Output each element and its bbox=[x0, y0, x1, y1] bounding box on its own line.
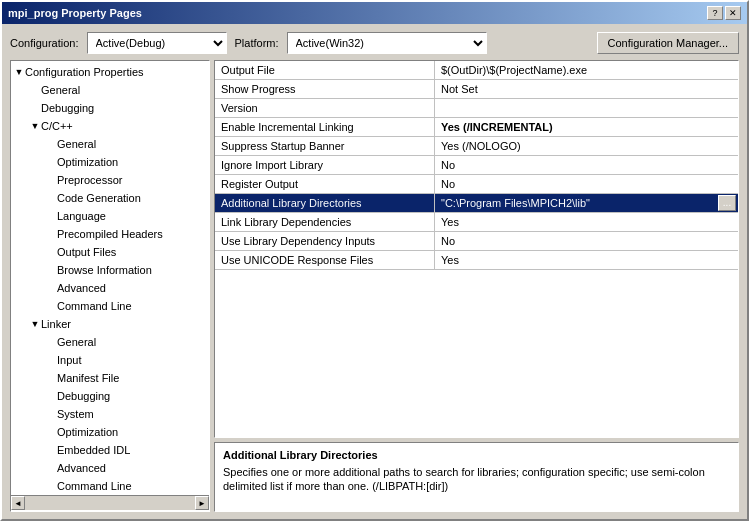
description-text: Specifies one or more additional paths t… bbox=[223, 465, 730, 493]
prop-value-link-lib-deps: Yes bbox=[435, 213, 738, 231]
scroll-right-button[interactable]: ► bbox=[195, 496, 209, 510]
prop-edit-button[interactable]: ... bbox=[718, 195, 736, 211]
prop-name-use-lib-dep-inputs: Use Library Dependency Inputs bbox=[215, 232, 435, 250]
tree-item-cpp[interactable]: ▼ C/C++ bbox=[27, 117, 209, 135]
prop-row-output-file[interactable]: Output File $(OutDir)\$(ProjectName).exe bbox=[215, 61, 738, 80]
tree-item-cpp-general[interactable]: General bbox=[43, 135, 209, 153]
prop-value-use-lib-dep-inputs: No bbox=[435, 232, 738, 250]
right-panel: Output File $(OutDir)\$(ProjectName).exe… bbox=[214, 60, 739, 512]
tree-item-output-files[interactable]: Output Files bbox=[43, 243, 209, 261]
tree-item-optimization[interactable]: Optimization bbox=[43, 153, 209, 171]
tree-item-embedded-idl[interactable]: Embedded IDL bbox=[43, 441, 209, 459]
tree-item-linker[interactable]: ▼ Linker bbox=[27, 315, 209, 333]
title-bar-buttons: ? ✕ bbox=[707, 6, 741, 20]
root-expander-icon: ▼ bbox=[13, 64, 25, 80]
prop-row-register-output[interactable]: Register Output No bbox=[215, 175, 738, 194]
configuration-select[interactable]: Active(Debug) bbox=[87, 32, 227, 54]
title-bar: mpi_prog Property Pages ? ✕ bbox=[2, 2, 747, 24]
tree-item-advanced-cpp[interactable]: Advanced bbox=[43, 279, 209, 297]
prop-row-incremental[interactable]: Enable Incremental Linking Yes (/INCREME… bbox=[215, 118, 738, 137]
prop-value-show-progress: Not Set bbox=[435, 80, 738, 98]
platform-label: Platform: bbox=[235, 37, 279, 49]
scroll-left-button[interactable]: ◄ bbox=[11, 496, 25, 510]
prop-row-use-lib-dep-inputs[interactable]: Use Library Dependency Inputs No bbox=[215, 232, 738, 251]
tree-item-browse[interactable]: Browse Information bbox=[43, 261, 209, 279]
close-button[interactable]: ✕ bbox=[725, 6, 741, 20]
prop-value-with-btn-add-lib-dirs: "C:\Program Files\MPICH2\lib" ... bbox=[435, 194, 738, 212]
tree-item-cmdline-lnk[interactable]: Command Line bbox=[43, 477, 209, 495]
prop-value-register-output: No bbox=[435, 175, 738, 193]
prop-row-version[interactable]: Version bbox=[215, 99, 738, 118]
prop-value-startup-banner: Yes (/NOLOGO) bbox=[435, 137, 738, 155]
prop-name-link-lib-deps: Link Library Dependencies bbox=[215, 213, 435, 231]
tree-item-advanced-lnk[interactable]: Advanced bbox=[43, 459, 209, 477]
prop-name-output-file: Output File bbox=[215, 61, 435, 79]
prop-row-link-lib-deps[interactable]: Link Library Dependencies Yes bbox=[215, 213, 738, 232]
tree-item-input[interactable]: Input bbox=[43, 351, 209, 369]
tree-children: General Debugging ▼ C/C++ General bbox=[11, 81, 209, 495]
prop-value-ignore-import: No bbox=[435, 156, 738, 174]
tree-item-manifest[interactable]: Manifest File bbox=[43, 369, 209, 387]
prop-value-version bbox=[435, 99, 738, 117]
top-bar: Configuration: Active(Debug) Platform: A… bbox=[10, 32, 739, 54]
prop-row-unicode-response[interactable]: Use UNICODE Response Files Yes bbox=[215, 251, 738, 270]
prop-value-unicode-response: Yes bbox=[435, 251, 738, 269]
tree-item-code-gen[interactable]: Code Generation bbox=[43, 189, 209, 207]
prop-value-add-lib-dirs: "C:\Program Files\MPICH2\lib" bbox=[435, 194, 718, 212]
config-label: Configuration: bbox=[10, 37, 79, 49]
prop-name-startup-banner: Suppress Startup Banner bbox=[215, 137, 435, 155]
dialog-title: mpi_prog Property Pages bbox=[8, 7, 142, 19]
tree-item-language[interactable]: Language bbox=[43, 207, 209, 225]
prop-name-version: Version bbox=[215, 99, 435, 117]
tree-item-precompiled[interactable]: Precompiled Headers bbox=[43, 225, 209, 243]
description-title: Additional Library Directories bbox=[223, 449, 730, 461]
linker-children: General Input Manifest File Debu bbox=[27, 333, 209, 495]
prop-value-output-file: $(OutDir)\$(ProjectName).exe bbox=[435, 61, 738, 79]
tree-item-optimization-lnk[interactable]: Optimization bbox=[43, 423, 209, 441]
prop-name-ignore-import: Ignore Import Library bbox=[215, 156, 435, 174]
tree-panel[interactable]: ▼ Configuration Properties General Debug… bbox=[10, 60, 210, 512]
tree-item-preprocessor[interactable]: Preprocessor bbox=[43, 171, 209, 189]
tree-root-label: Configuration Properties bbox=[25, 64, 144, 80]
prop-name-add-lib-dirs: Additional Library Directories bbox=[215, 194, 435, 212]
prop-name-incremental: Enable Incremental Linking bbox=[215, 118, 435, 136]
tree-item-debugging[interactable]: Debugging bbox=[27, 99, 209, 117]
tree-root-node[interactable]: ▼ Configuration Properties bbox=[11, 63, 209, 81]
main-dialog: mpi_prog Property Pages ? ✕ Configuratio… bbox=[0, 0, 749, 521]
tree-item-debugging-lnk[interactable]: Debugging bbox=[43, 387, 209, 405]
scroll-track bbox=[25, 496, 195, 510]
tree-item-general[interactable]: General bbox=[27, 81, 209, 99]
platform-select[interactable]: Active(Win32) bbox=[287, 32, 487, 54]
cpp-children: General Optimization Preprocessor bbox=[27, 135, 209, 315]
tree-item-linker-general[interactable]: General bbox=[43, 333, 209, 351]
prop-name-register-output: Register Output bbox=[215, 175, 435, 193]
prop-name-show-progress: Show Progress bbox=[215, 80, 435, 98]
main-area: ▼ Configuration Properties General Debug… bbox=[10, 60, 739, 512]
tree-item-cmdline-cpp[interactable]: Command Line bbox=[43, 297, 209, 315]
prop-value-incremental: Yes (/INCREMENTAL) bbox=[435, 118, 738, 136]
tree-item-system[interactable]: System bbox=[43, 405, 209, 423]
description-panel: Additional Library Directories Specifies… bbox=[214, 442, 739, 512]
config-manager-button[interactable]: Configuration Manager... bbox=[597, 32, 739, 54]
prop-row-show-progress[interactable]: Show Progress Not Set bbox=[215, 80, 738, 99]
prop-row-ignore-import[interactable]: Ignore Import Library No bbox=[215, 156, 738, 175]
prop-name-unicode-response: Use UNICODE Response Files bbox=[215, 251, 435, 269]
prop-row-startup-banner[interactable]: Suppress Startup Banner Yes (/NOLOGO) bbox=[215, 137, 738, 156]
dialog-content: Configuration: Active(Debug) Platform: A… bbox=[2, 24, 747, 521]
prop-row-add-lib-dirs[interactable]: Additional Library Directories "C:\Progr… bbox=[215, 194, 738, 213]
properties-table[interactable]: Output File $(OutDir)\$(ProjectName).exe… bbox=[214, 60, 739, 438]
help-button[interactable]: ? bbox=[707, 6, 723, 20]
